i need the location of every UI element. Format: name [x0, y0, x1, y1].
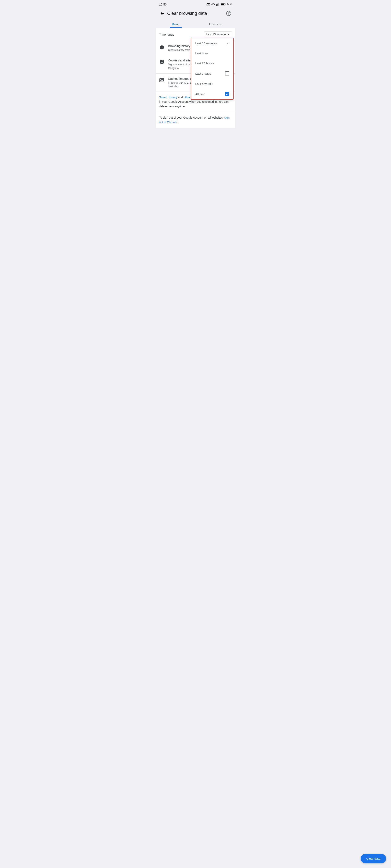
- tab-advanced[interactable]: Advanced: [196, 20, 235, 28]
- dropdown-item-alltime[interactable]: All time: [191, 89, 233, 99]
- battery-label: 84%: [227, 3, 232, 6]
- svg-point-14: [162, 61, 163, 61]
- image-icon: [159, 77, 165, 83]
- time-range-label: Time range: [159, 33, 204, 36]
- time-range-row: Time range Last 15 minutes ▼ Last 15 min…: [156, 28, 235, 41]
- svg-rect-3: [217, 4, 218, 6]
- svg-point-17: [162, 61, 162, 62]
- time-range-dropdown-menu: Last 15 minutes ▼ Last hour Last 24 hour…: [191, 38, 233, 100]
- app-bar: Clear browsing data: [156, 8, 235, 20]
- svg-point-16: [161, 62, 162, 63]
- sign-out-after: .: [178, 121, 179, 124]
- svg-rect-7: [225, 4, 225, 5]
- tab-basic[interactable]: Basic: [156, 20, 196, 28]
- dropdown-item-4weeks[interactable]: Last 4 weeks: [191, 79, 233, 89]
- time-range-selected: Last 15 minutes: [206, 33, 226, 36]
- svg-point-10: [228, 14, 229, 15]
- svg-rect-0: [207, 3, 210, 6]
- dropdown-item-15min[interactable]: Last 15 minutes ▼: [191, 38, 233, 48]
- search-history-and: and: [178, 96, 184, 99]
- signal-icon: [216, 3, 220, 6]
- svg-rect-8: [221, 3, 224, 5]
- page-title: Clear browsing data: [167, 11, 225, 16]
- signal-label: 4G: [212, 3, 215, 6]
- help-button[interactable]: [225, 9, 233, 18]
- tabs: Basic Advanced: [156, 20, 235, 28]
- svg-rect-2: [216, 4, 217, 6]
- dropdown-item-1hour[interactable]: Last hour: [191, 48, 233, 58]
- battery-icon: [221, 3, 225, 5]
- status-bar: 10:53 4G 84%: [156, 0, 235, 8]
- time-range-dropdown[interactable]: Last 15 minutes ▼: [204, 31, 232, 37]
- dropdown-item-7days[interactable]: Last 7 days: [191, 68, 233, 79]
- clock-icon: [159, 44, 165, 50]
- bottom-area: [156, 128, 235, 209]
- svg-point-13: [161, 61, 162, 61]
- main-content: Time range Last 15 minutes ▼ Last 15 min…: [156, 28, 235, 128]
- svg-point-15: [162, 62, 163, 63]
- svg-point-21: [160, 79, 161, 80]
- status-icons: 4G 84%: [206, 2, 232, 6]
- svg-point-1: [208, 4, 209, 5]
- svg-rect-4: [218, 3, 218, 6]
- svg-rect-5: [218, 3, 219, 6]
- status-time: 10:53: [159, 3, 167, 6]
- camera-icon: [206, 2, 210, 6]
- checkbox-alltime: [225, 92, 229, 96]
- sign-out-note: To sign out of your Google Account on al…: [156, 112, 235, 128]
- sign-out-before: To sign out of your Google Account on al…: [159, 116, 224, 119]
- dropdown-item-24hours[interactable]: Last 24 hours: [191, 58, 233, 68]
- search-history-link[interactable]: Search history: [159, 96, 177, 99]
- cookie-icon: [159, 59, 165, 65]
- checkbox-7days: [225, 71, 229, 75]
- svg-rect-22: [160, 78, 164, 79]
- dropdown-arrow-icon: ▼: [227, 42, 229, 45]
- back-button[interactable]: [158, 9, 166, 18]
- chevron-down-icon: ▼: [227, 33, 230, 36]
